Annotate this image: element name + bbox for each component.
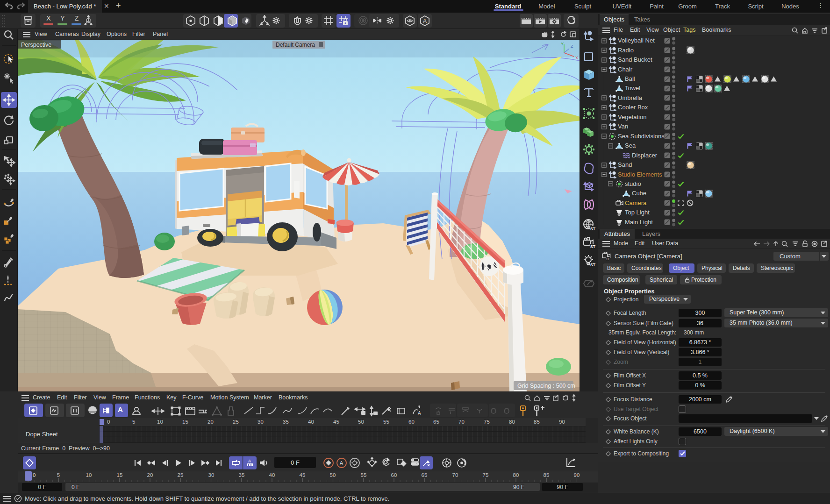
svg-text:A: A — [340, 460, 343, 467]
svg-text:X: X — [575, 56, 578, 60]
svg-text:ST: ST — [590, 244, 596, 249]
svg-text:ST: ST — [590, 263, 596, 267]
svg-text:Y: Y — [561, 42, 564, 46]
svg-text:Z: Z — [571, 44, 573, 49]
svg-text:A: A — [248, 459, 251, 463]
svg-text:ST: ST — [590, 227, 596, 231]
svg-text:Perspective: Perspective — [21, 42, 51, 48]
svg-text:11: 11 — [606, 257, 609, 261]
svg-text:Default Camera: Default Camera — [276, 42, 315, 48]
svg-text:A: A — [418, 411, 421, 416]
svg-text:Grid Spacing : 500 cm: Grid Spacing : 500 cm — [517, 383, 575, 389]
svg-text:A: A — [423, 18, 427, 24]
